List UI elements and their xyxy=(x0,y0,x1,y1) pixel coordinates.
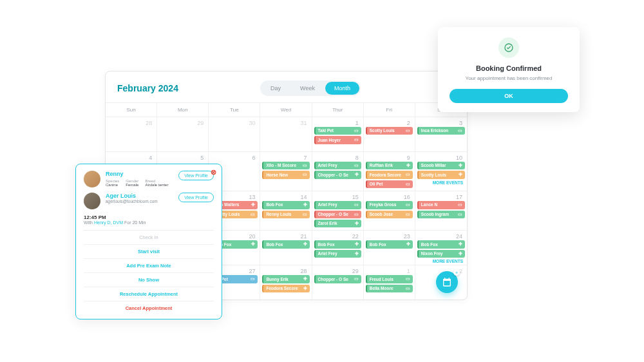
close-icon[interactable]: ⊗ xyxy=(211,168,216,176)
day-number: 1 xyxy=(366,267,413,275)
calendar-cell[interactable]: 7Xilo - M Secore▭Horse New▭ xyxy=(260,151,312,191)
event-chip[interactable]: Bob Fox✚ xyxy=(314,240,361,248)
event-chip[interactable]: Scoob Ingram▭ xyxy=(417,211,465,218)
calendar-cell[interactable]: 1Taki Pet▭Juan Hoyer▭ xyxy=(312,117,364,151)
event-chip[interactable]: Chopper - O Se✚ xyxy=(314,171,361,178)
calendar-cell[interactable]: 29Chopper - O Se▭ xyxy=(312,265,364,300)
day-number: 31 xyxy=(262,119,309,127)
avatar xyxy=(84,193,100,209)
event-chip[interactable]: Bella Moore▭ xyxy=(366,285,413,292)
event-chip[interactable]: Inca Erickson▭ xyxy=(417,127,465,135)
calendar-cell[interactable]: 14Bob Fox✚Renny Louis▭ xyxy=(260,191,312,230)
view-day[interactable]: Day xyxy=(261,82,290,95)
weekday-row: SunMonTueWedThurFriSat xyxy=(106,102,467,117)
event-chip[interactable]: Bob Fox✚ xyxy=(262,240,309,248)
appt-provider: With Henry D, DVM For 20 Min xyxy=(84,220,214,225)
event-chip[interactable]: Ariel Frey✚ xyxy=(314,250,361,258)
noshow-action[interactable]: No Show xyxy=(84,273,214,287)
event-chip[interactable]: Feodora Secore▭ xyxy=(366,171,413,178)
event-chip[interactable]: Scoob Millar✚ xyxy=(417,162,465,169)
pet-name: Renny xyxy=(106,171,173,177)
pet-row: Renny SpeciesCanine GenderFemale BreedAi… xyxy=(84,171,214,187)
event-chip[interactable]: Bob Fox✚ xyxy=(262,201,309,209)
more-events-link[interactable]: MORE EVENTS xyxy=(417,259,465,263)
event-chip[interactable]: Oli Pet▭ xyxy=(366,180,413,188)
day-number: 4 xyxy=(108,153,155,162)
more-events-link[interactable]: MORE EVENTS xyxy=(417,180,465,185)
event-chip[interactable]: Zarol Erik✚ xyxy=(314,220,361,227)
event-chip[interactable]: Ariel Frey▭ xyxy=(314,162,361,169)
event-chip[interactable]: Lance N▭ xyxy=(417,201,465,209)
owner-email: agerlouis@touchbloom.com xyxy=(106,199,173,204)
owner-name: Ager Louis xyxy=(106,193,173,199)
start-visit-action[interactable]: Start visit xyxy=(84,245,214,259)
calendar-cell[interactable]: 3Inca Erickson▭ xyxy=(415,117,467,151)
calendar-title: February 2024 xyxy=(117,83,178,93)
calendar-cell[interactable]: 8Ariel Frey▭Chopper - O Se✚ xyxy=(312,151,364,191)
event-chip[interactable]: Bunny Erik✚ xyxy=(262,275,309,283)
view-profile-button[interactable]: View Profile xyxy=(178,171,214,180)
day-number: 28 xyxy=(262,267,309,275)
view-profile-button[interactable]: View Profile xyxy=(178,193,214,202)
reschedule-action[interactable]: Reschedule Appointment xyxy=(84,287,214,301)
calendar-header: February 2024 Day Week Month ‹ xyxy=(106,71,467,102)
event-chip[interactable]: Ruffian Erik✚ xyxy=(366,162,413,169)
event-chip[interactable]: Scoob Jose▭ xyxy=(366,211,413,218)
view-month[interactable]: Month xyxy=(325,82,359,95)
confirm-body: Your appointment has been confirmed xyxy=(450,75,568,81)
event-chip[interactable]: Xilo - M Secore▭ xyxy=(262,162,309,169)
calendar-cell[interactable]: 15Ariel Frey▭Chopper - O Se▭Zarol Erik✚ xyxy=(312,191,364,230)
calendar-cell[interactable]: 22Bob Fox✚Ariel Frey✚ xyxy=(312,230,364,265)
owner-row: Ager Louis agerlouis@touchbloom.com View… xyxy=(84,193,214,209)
calendar-cell[interactable]: 9Ruffian Erik✚Feodora Secore▭Oli Pet▭ xyxy=(364,151,415,191)
calendar-cell[interactable]: 21Bob Fox✚ xyxy=(260,230,312,265)
event-chip[interactable]: Juan Hoyer▭ xyxy=(314,136,361,144)
day-number: 30 xyxy=(211,119,258,127)
day-number: 29 xyxy=(314,267,361,275)
event-chip[interactable]: Freyka Gross▭ xyxy=(366,201,413,209)
calendar-cell[interactable]: 16Freyka Gross▭Scoob Jose▭ xyxy=(364,191,415,230)
calendar-cell[interactable]: 23Bob Fox✚ xyxy=(364,230,415,265)
day-number: 23 xyxy=(366,232,413,240)
event-chip[interactable]: Bob Fox✚ xyxy=(417,240,465,248)
event-chip[interactable]: Ariel Frey▭ xyxy=(314,201,361,209)
day-number: 6 xyxy=(211,153,258,162)
calendar-cell[interactable]: 17Lance N▭Scoob Ingram▭ xyxy=(415,191,467,230)
event-chip[interactable]: Scotty Louis▭ xyxy=(366,127,413,135)
calendar-cell[interactable]: 1Freud Louis▭Bella Moore▭ xyxy=(364,265,415,300)
ok-button[interactable]: OK xyxy=(450,89,568,103)
weekday: Wed xyxy=(260,103,312,117)
calendar-cell[interactable]: 31 xyxy=(260,117,312,151)
event-chip[interactable]: Chopper - O Se▭ xyxy=(314,211,361,218)
event-chip[interactable]: Renny Louis▭ xyxy=(262,211,309,218)
weekday: Fri xyxy=(364,103,415,117)
day-number: 2 xyxy=(366,119,413,127)
check-icon xyxy=(498,37,519,58)
day-number: 8 xyxy=(314,153,361,162)
event-chip[interactable]: Scotty Louis✚ xyxy=(417,171,465,178)
calendar-cell[interactable]: 28Bunny Erik✚Feodora Secore✚ xyxy=(260,265,312,300)
event-chip[interactable]: Chopper - O Se▭ xyxy=(314,275,361,283)
checkin-action[interactable]: Check In xyxy=(84,231,214,245)
weekday: Mon xyxy=(157,103,209,117)
calendar-cell[interactable]: 29 xyxy=(157,117,209,151)
calendar-cell[interactable]: 2Scotty Louis▭ xyxy=(364,117,415,151)
preexam-action[interactable]: Add Pre Exam Note xyxy=(84,259,214,273)
calendar-cell[interactable]: 24Bob Fox✚Nixon Frey✚MORE EVENTS xyxy=(415,230,467,265)
event-chip[interactable]: Freud Louis▭ xyxy=(366,275,413,283)
event-chip[interactable]: Horse New▭ xyxy=(262,171,309,178)
confirm-modal: Booking Confirmed Your appointment has b… xyxy=(438,27,580,112)
calendar-cell[interactable]: 28 xyxy=(106,117,157,151)
event-chip[interactable]: Taki Pet▭ xyxy=(314,127,361,135)
calendar-cell[interactable]: 30 xyxy=(209,117,260,151)
view-week[interactable]: Week xyxy=(291,82,324,95)
appt-time: 12:45 PM xyxy=(84,214,214,220)
day-number: 22 xyxy=(314,232,361,240)
calendar-cell[interactable]: 10Scoob Millar✚Scotty Louis✚MORE EVENTS xyxy=(415,151,467,191)
appt-actions: Check In Start visit Add Pre Exam Note N… xyxy=(84,230,214,315)
event-chip[interactable]: Nixon Frey✚ xyxy=(417,250,465,258)
day-number: 3 xyxy=(417,119,465,127)
cancel-action[interactable]: Cancel Appointment xyxy=(84,301,214,315)
event-chip[interactable]: Feodora Secore✚ xyxy=(262,285,309,292)
event-chip[interactable]: Bob Fox✚ xyxy=(366,240,413,248)
